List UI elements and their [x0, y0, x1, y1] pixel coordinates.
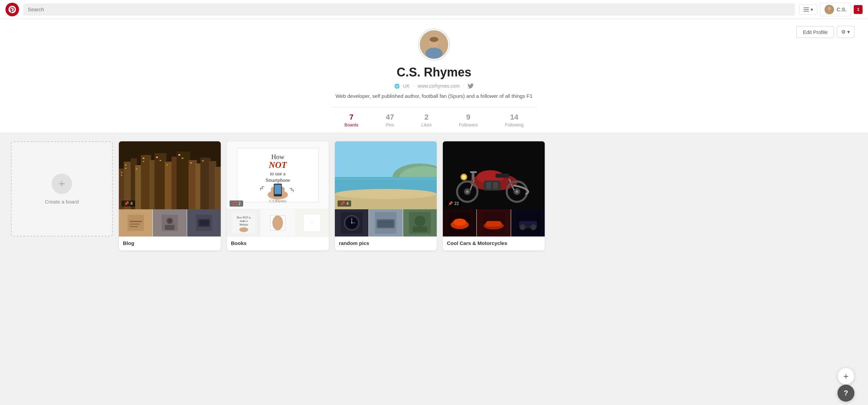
- board-main-image-area: 📌 4: [335, 141, 437, 209]
- board-thumb-3: [187, 209, 221, 236]
- board-pin-count: 📌 4: [122, 200, 135, 207]
- twitter-icon[interactable]: [468, 83, 474, 89]
- settings-button[interactable]: ⚙ ▾: [837, 26, 854, 38]
- board-tile[interactable]: 📌 4: [119, 141, 221, 250]
- svg-point-118: [520, 225, 525, 230]
- svg-text:How: How: [271, 153, 285, 160]
- svg-point-1: [828, 6, 831, 10]
- board-main-image: [119, 141, 221, 209]
- svg-rect-24: [121, 172, 122, 173]
- stat-following[interactable]: 14 Following: [491, 107, 537, 133]
- svg-point-89: [414, 216, 425, 227]
- board-pin-count: 📌 2: [230, 200, 243, 207]
- board-thumb-1: [119, 209, 152, 236]
- board-tile[interactable]: 📌 22: [443, 141, 545, 250]
- svg-point-64: [239, 227, 248, 232]
- profile-website[interactable]: www.csrhymes.com: [418, 83, 460, 89]
- svg-rect-58: [274, 185, 281, 194]
- navbar: ▾ C.S. 1: [0, 0, 868, 19]
- search-input[interactable]: [23, 3, 795, 16]
- avatar: [825, 5, 834, 14]
- globe-icon: 🌐: [394, 84, 400, 89]
- svg-rect-115: [486, 221, 502, 227]
- stat-followers[interactable]: 9 Followers: [445, 107, 491, 133]
- board-thumb-2: [260, 209, 294, 236]
- navbar-right: ▾ C.S. 1: [799, 3, 863, 16]
- svg-rect-25: [121, 175, 122, 176]
- board-thumb-3: [403, 209, 437, 236]
- pin-icon: 📌: [232, 201, 237, 206]
- stat-likes-label: Likes: [421, 122, 432, 127]
- board-thumb-2: [476, 209, 510, 236]
- svg-rect-35: [182, 158, 183, 159]
- stat-likes-number: 2: [424, 113, 429, 122]
- menu-button[interactable]: ▾: [799, 4, 817, 15]
- svg-rect-106: [486, 182, 491, 189]
- board-main-image-area: 📌 22: [443, 141, 545, 209]
- board-info: random pics: [335, 236, 437, 250]
- svg-point-7: [430, 37, 438, 42]
- stat-following-number: 14: [510, 113, 518, 122]
- svg-rect-36: [190, 162, 192, 163]
- svg-rect-32: [160, 160, 161, 161]
- create-board-label: Create a board: [45, 199, 79, 205]
- stat-pins[interactable]: 47 Pins: [372, 107, 408, 133]
- create-board-tile[interactable]: Create a board: [11, 141, 113, 236]
- pin-icon: 📌: [124, 201, 129, 206]
- svg-rect-39: [130, 221, 142, 222]
- profile-bio: Web developer, self published author, fo…: [336, 93, 532, 99]
- svg-text:to use a: to use a: [270, 171, 286, 176]
- board-main-image: [335, 141, 437, 209]
- svg-rect-26: [125, 164, 126, 165]
- svg-point-78: [335, 189, 437, 199]
- board-info: Cool Cars & Motorcycles: [443, 236, 545, 250]
- user-menu-button[interactable]: C.S.: [820, 3, 851, 16]
- stat-likes[interactable]: 2 Likes: [408, 107, 445, 133]
- svg-rect-87: [378, 221, 394, 227]
- svg-text:make a: make a: [240, 220, 248, 223]
- svg-rect-38: [128, 215, 144, 231]
- stat-pins-label: Pins: [386, 122, 394, 127]
- svg-text:Smartphone: Smartphone: [266, 178, 290, 183]
- board-main-image: How NOT to use a Smartphone C.S.Rhymes: [227, 141, 329, 209]
- board-tile[interactable]: How NOT to use a Smartphone C.S.Rhymes: [227, 141, 329, 250]
- svg-rect-96: [470, 171, 477, 173]
- svg-rect-28: [136, 169, 137, 170]
- notification-badge[interactable]: 1: [854, 5, 863, 14]
- svg-rect-107: [493, 182, 498, 189]
- board-info: Books: [227, 236, 329, 250]
- edit-profile-area: Edit Profile ⚙ ▾: [796, 26, 854, 38]
- board-main-image-area: 📌 4: [119, 141, 221, 209]
- svg-rect-33: [166, 164, 168, 165]
- board-pin-count: 📌 4: [338, 200, 351, 207]
- gear-icon: ⚙: [841, 29, 846, 35]
- board-title: random pics: [339, 240, 369, 246]
- board-thumbs: [443, 209, 545, 236]
- svg-rect-34: [178, 154, 180, 156]
- profile-avatar: [419, 29, 449, 60]
- stat-pins-number: 47: [386, 113, 394, 122]
- edit-profile-button[interactable]: Edit Profile: [796, 26, 834, 38]
- svg-text:C.S.Rhymes: C.S.Rhymes: [269, 199, 286, 203]
- pinterest-logo[interactable]: [5, 3, 19, 16]
- board-info: Blog: [119, 236, 221, 250]
- stat-boards[interactable]: 7 Boards: [331, 107, 372, 133]
- stat-followers-number: 9: [466, 113, 470, 122]
- stat-boards-label: Boards: [344, 122, 358, 127]
- profile-name: C.S. Rhymes: [397, 65, 471, 80]
- board-thumb-3: [511, 209, 545, 236]
- svg-rect-105: [484, 180, 501, 191]
- svg-rect-30: [143, 161, 144, 162]
- svg-rect-18: [177, 152, 190, 209]
- svg-point-104: [516, 190, 518, 193]
- svg-rect-90: [413, 227, 427, 232]
- svg-point-68: [274, 216, 282, 223]
- svg-rect-5: [426, 48, 442, 59]
- svg-rect-29: [143, 158, 144, 159]
- board-thumb-1: How NOT to make a Website: [227, 209, 260, 236]
- svg-rect-40: [130, 224, 140, 225]
- profile-section: Edit Profile ⚙ ▾ C.S. Rhymes 🌐 UK · www.…: [0, 19, 868, 133]
- board-tile[interactable]: 📌 4: [335, 141, 437, 250]
- board-thumb-2: [368, 209, 402, 236]
- board-pin-count: 📌 22: [446, 200, 461, 207]
